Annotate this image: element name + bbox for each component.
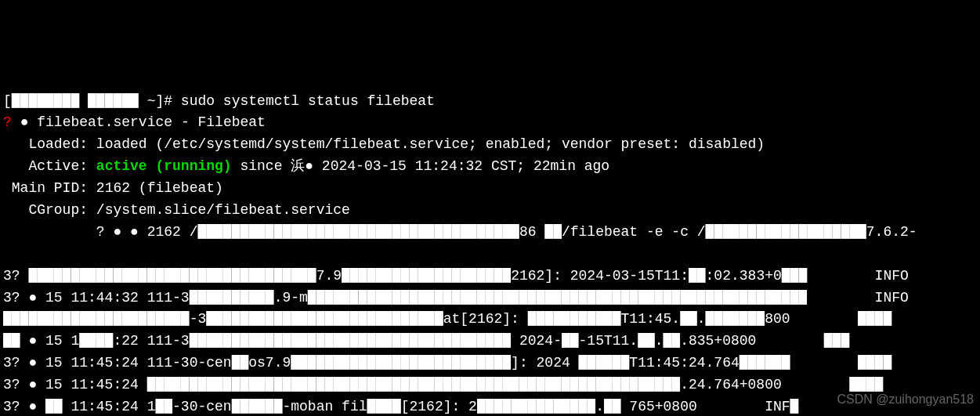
active-line: Active: active (running) since 浜● 2024-0…: [3, 156, 977, 178]
command-text: sudo systemctl status filebeat: [181, 93, 435, 109]
log-line: 3? ● 15 11:44:32 111-3██████████.9-m████…: [3, 288, 977, 309]
log-line: ██ ● 15 1████:22 111-3██████████████████…: [3, 331, 977, 353]
cgroup-line: CGroup: /system.slice/filebeat.service: [3, 200, 977, 222]
active-status: active (running): [96, 158, 232, 174]
prompt-line: [████████ ██████ ~]# sudo systemctl stat…: [3, 91, 977, 113]
mainpid-line: Main PID: 2162 (filebeat): [3, 178, 977, 200]
service-header: ? ● filebeat.service - Filebeat: [3, 112, 977, 134]
log-line: 3? ● ██ 11:45:24 1██-30-cen██████-moban …: [3, 396, 977, 416]
watermark: CSDN @zuihongyan518: [837, 390, 974, 410]
log-line: ██████████████████████-3████████████████…: [3, 309, 977, 331]
loaded-line: Loaded: loaded (/etc/systemd/system/file…: [3, 134, 977, 156]
log-line: 3? ● 15 11:45:24 111-30-cen██os7.9██████…: [3, 353, 977, 374]
blank-line: [3, 244, 977, 266]
log-line: 3? ██████████████████████████████████7.9…: [3, 266, 977, 288]
log-line: 3? ● 15 11:45:24 ███████████████████████…: [3, 374, 977, 396]
cgroup-sub-line: ? ● ● 2162 /████████████████████████████…: [3, 222, 977, 244]
